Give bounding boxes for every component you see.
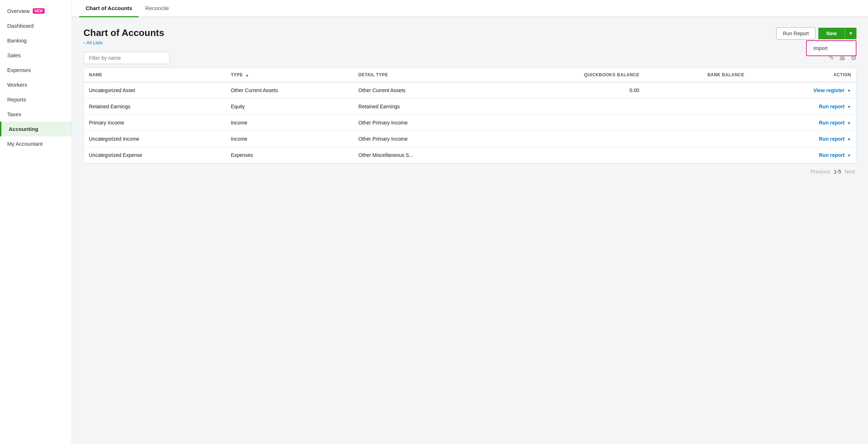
action-link-4[interactable]: Run report [819,152,845,158]
cell-qb-balance-3 [498,131,645,147]
action-dropdown-arrow-4[interactable]: ▼ [846,153,851,158]
cell-bank-balance-3 [645,131,750,147]
tabs-bar: Chart of AccountsReconcile [72,0,868,17]
header-actions: Run Report New ▼ Import [776,27,856,40]
run-report-button[interactable]: Run Report [776,27,816,40]
breadcrumb-text: All Lists [86,40,103,45]
col-detail-type: DETAIL TYPE [353,68,498,82]
sidebar-item-accounting[interactable]: Accounting [0,122,72,136]
table-body: Uncategorized AssetOther Current AssetsO… [84,82,856,163]
cell-type-3: Income [226,131,353,147]
col-name: NAME [84,68,226,82]
sidebar-item-overview[interactable]: OverviewNEW [0,4,72,18]
cell-action-3: Run report ▼ [749,131,856,147]
cell-name-0: Uncategorized Asset [84,82,226,99]
import-menu-item[interactable]: Import [807,41,856,55]
table-row: Uncategorized AssetOther Current AssetsO… [84,82,856,99]
sidebar-item-expenses[interactable]: Expenses [0,63,72,77]
cell-name-3: Uncategorized Income [84,131,226,147]
sidebar-label-sales: Sales [7,52,21,58]
action-dropdown-arrow-1[interactable]: ▼ [846,105,851,109]
new-dropdown-menu: Import [806,40,856,56]
new-button[interactable]: New [818,28,845,39]
cell-detail-type-2: Other Primary Income [353,115,498,131]
table-row: Primary IncomeIncomeOther Primary Income… [84,115,856,131]
page-header: Chart of Accounts ‹ All Lists Run Report… [83,27,856,45]
sidebar-item-taxes[interactable]: Taxes [0,107,72,122]
col-qb-balance: QUICKBOOKS BALANCE [498,68,645,82]
sidebar-label-accounting: Accounting [9,126,39,132]
cell-detail-type-1: Retained Earnings [353,99,498,115]
cell-type-1: Equity [226,99,353,115]
action-link-3[interactable]: Run report [819,136,845,142]
cell-bank-balance-1 [645,99,750,115]
cell-qb-balance-1 [498,99,645,115]
cell-name-2: Primary Income [84,115,226,131]
pagination-previous: Previous [811,169,830,175]
table-row: Uncategorized IncomeIncomeOther Primary … [84,131,856,147]
pagination: Previous 1-5 Next [83,164,856,180]
cell-bank-balance-4 [645,147,750,163]
accounts-table: NAME TYPE ▲ DETAIL TYPE QUICKBOOKS BALAN… [84,68,856,163]
tab-chart-of-accounts[interactable]: Chart of Accounts [79,0,139,17]
tab-reconcile[interactable]: Reconcile [139,0,175,17]
sidebar-item-reports[interactable]: Reports [0,92,72,107]
pagination-next: Next [845,169,855,175]
col-bank-balance: BANK BALANCE [645,68,750,82]
cell-detail-type-4: Other Miscellaneous S... [353,147,498,163]
sidebar-label-banking: Banking [7,37,27,44]
sidebar-label-overview: Overview [7,8,30,14]
sidebar-label-my-accountant: My Accountant [7,141,42,147]
cell-name-1: Retained Earnings [84,99,226,115]
cell-type-4: Expenses [226,147,353,163]
cell-qb-balance-2 [498,115,645,131]
action-link-1[interactable]: Run report [819,104,845,109]
cell-detail-type-3: Other Primary Income [353,131,498,147]
action-dropdown-arrow-2[interactable]: ▼ [846,121,851,125]
pagination-range: 1-5 [834,169,841,175]
table-row: Uncategorized ExpenseExpensesOther Misce… [84,147,856,163]
sidebar-item-sales[interactable]: Sales [0,48,72,63]
cell-detail-type-0: Other Current Assets [353,82,498,99]
action-link-0[interactable]: View register [813,87,845,93]
sort-arrow-type: ▲ [245,73,249,77]
col-type[interactable]: TYPE ▲ [226,68,353,82]
table-row: Retained EarningsEquityRetained Earnings… [84,99,856,115]
cell-action-0: View register ▼ [749,82,856,99]
sidebar-item-dashboard[interactable]: Dashboard [0,18,72,33]
col-action: ACTION [749,68,856,82]
action-dropdown-arrow-0[interactable]: ▼ [846,89,851,93]
cell-type-2: Income [226,115,353,131]
sidebar-label-expenses: Expenses [7,67,31,73]
cell-action-4: Run report ▼ [749,147,856,163]
new-button-group: New ▼ [818,28,856,39]
cell-qb-balance-4 [498,147,645,163]
new-badge: NEW [33,8,45,14]
chevron-left-icon: ‹ [83,40,85,45]
sidebar: OverviewNEWDashboardBankingSalesExpenses… [0,0,72,444]
table-header: NAME TYPE ▲ DETAIL TYPE QUICKBOOKS BALAN… [84,68,856,82]
cell-action-2: Run report ▼ [749,115,856,131]
breadcrumb[interactable]: ‹ All Lists [83,40,164,45]
cell-name-4: Uncategorized Expense [84,147,226,163]
cell-bank-balance-0 [645,82,750,99]
accounts-table-container: NAME TYPE ▲ DETAIL TYPE QUICKBOOKS BALAN… [83,68,856,164]
action-dropdown-arrow-3[interactable]: ▼ [846,137,851,141]
cell-qb-balance-0: 0.00 [498,82,645,99]
action-link-2[interactable]: Run report [819,120,845,126]
new-dropdown-toggle[interactable]: ▼ [845,28,856,39]
sidebar-item-my-accountant[interactable]: My Accountant [0,136,72,151]
main-content: Chart of AccountsReconcile Chart of Acco… [72,0,868,444]
page-content: Chart of Accounts ‹ All Lists Run Report… [72,17,868,444]
page-title-area: Chart of Accounts ‹ All Lists [83,27,164,45]
sidebar-label-dashboard: Dashboard [7,23,33,29]
filter-input[interactable] [83,52,170,64]
cell-action-1: Run report ▼ [749,99,856,115]
sidebar-label-reports: Reports [7,96,26,103]
page-title: Chart of Accounts [83,27,164,38]
sidebar-item-banking[interactable]: Banking [0,33,72,48]
filter-toolbar: ✎ 🖶 ⚙ [83,52,856,64]
cell-type-0: Other Current Assets [226,82,353,99]
sidebar-label-taxes: Taxes [7,111,21,117]
sidebar-item-workers[interactable]: Workers [0,77,72,92]
